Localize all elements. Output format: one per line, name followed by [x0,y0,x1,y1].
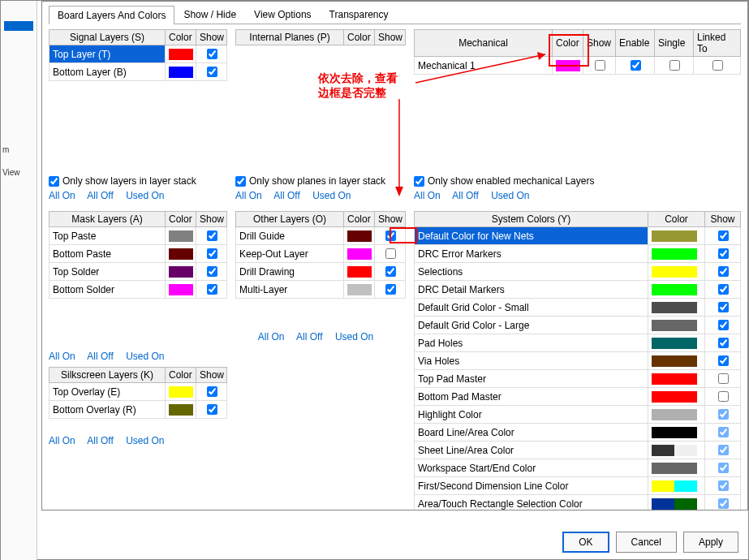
col-show[interactable]: Show [196,212,227,227]
col-show[interactable]: Show [375,30,406,45]
col-show[interactable]: Show [583,30,616,57]
layer-name[interactable]: Drill Guide [236,227,344,245]
apply-button[interactable]: Apply [683,532,738,553]
show-checkbox[interactable] [385,248,396,259]
all-on-link[interactable]: All On [235,190,262,201]
system-color-name[interactable]: Pad Holes [415,334,648,352]
only-show-enabled-mechanical[interactable]: Only show enabled mechanical Layers [414,175,741,187]
system-color-name[interactable]: First/Second Dimension Line Color [415,477,648,495]
show-checkbox[interactable] [718,391,729,402]
system-color-name[interactable]: DRC Detail Markers [415,281,648,299]
show-checkbox[interactable] [718,445,729,455]
all-off-link[interactable]: All Off [87,351,113,362]
show-checkbox[interactable] [207,284,217,295]
all-off-link[interactable]: All Off [87,190,113,201]
system-color-name[interactable]: Selections [415,263,648,281]
show-checkbox[interactable] [207,49,217,59]
col-single[interactable]: Single [655,30,694,57]
col-color[interactable]: Color [344,30,375,45]
col-enable[interactable]: Enable [616,30,655,57]
show-checkbox[interactable] [718,320,729,330]
show-checkbox[interactable] [718,302,729,312]
col-show[interactable]: Show [196,368,227,383]
system-colors-header[interactable]: System Colors (Y) [415,212,648,227]
show-checkbox[interactable] [207,266,217,277]
show-checkbox[interactable] [718,230,729,241]
show-checkbox[interactable] [207,386,217,397]
only-show-planes-in-stack[interactable]: Only show planes in layer stack [235,175,406,187]
show-checkbox[interactable] [385,266,396,277]
layer-name[interactable]: Multi-Layer [236,281,344,299]
used-on-link[interactable]: Used On [126,435,164,446]
show-checkbox[interactable] [718,463,729,473]
used-on-link[interactable]: Used On [312,190,351,201]
silk-layers-header[interactable]: Silkscreen Layers (K) [50,368,166,383]
show-checkbox[interactable] [718,373,729,384]
system-color-name[interactable]: Highlight Color [415,406,648,424]
layer-name[interactable]: Bottom Overlay (R) [50,401,166,419]
show-checkbox[interactable] [718,480,729,491]
layer-name[interactable]: Top Solder [50,263,166,281]
show-checkbox[interactable] [718,498,729,509]
show-checkbox[interactable] [385,284,396,295]
col-show[interactable]: Show [705,212,741,227]
col-color[interactable]: Color [166,30,196,45]
show-checkbox[interactable] [207,67,217,77]
used-on-link[interactable]: Used On [126,190,164,201]
used-on-link[interactable]: Used On [335,331,373,342]
show-checkbox[interactable] [718,266,729,277]
cancel-button[interactable]: Cancel [616,532,677,553]
col-color[interactable]: Color [166,368,196,383]
enable-checkbox[interactable] [631,60,641,71]
col-show[interactable]: Show [375,212,406,227]
used-on-link[interactable]: Used On [126,351,164,362]
all-on-link[interactable]: All On [258,331,285,342]
show-checkbox[interactable] [718,284,729,295]
system-color-name[interactable]: Default Color for New Nets [415,227,648,245]
tab-view-options[interactable]: View Options [245,5,320,24]
all-off-link[interactable]: All Off [296,331,322,342]
show-checkbox[interactable] [718,355,729,366]
mask-layers-header[interactable]: Mask Layers (A) [50,212,166,227]
col-color[interactable]: Color [648,212,705,227]
single-checkbox[interactable] [669,60,680,71]
show-checkbox[interactable] [385,230,396,241]
layer-name[interactable]: Top Overlay (E) [50,383,166,401]
system-color-name[interactable]: Area/Touch Rectangle Selection Color [415,495,648,511]
col-color[interactable]: Color [553,30,583,57]
layer-name[interactable]: Bottom Solder [50,281,166,299]
all-on-link[interactable]: All On [49,351,75,362]
system-color-name[interactable]: Bottom Pad Master [415,388,648,406]
tab-board-layers[interactable]: Board Layers And Colors [49,6,174,24]
system-color-name[interactable]: Workspace Start/End Color [415,459,648,477]
ok-button[interactable]: OK [562,532,609,553]
system-color-name[interactable]: Default Grid Color - Large [415,317,648,334]
system-color-name[interactable]: Top Pad Master [415,370,648,388]
all-on-link[interactable]: All On [49,190,75,201]
all-off-link[interactable]: All Off [452,190,478,201]
all-off-link[interactable]: All Off [87,435,113,446]
tab-show-hide[interactable]: Show / Hide [174,5,245,24]
layer-name[interactable]: Top Paste [50,227,166,245]
other-layers-header[interactable]: Other Layers (O) [236,212,344,227]
show-checkbox[interactable] [718,338,729,348]
tab-transparency[interactable]: Transparency [321,5,398,24]
show-checkbox[interactable] [718,427,729,437]
show-checkbox[interactable] [207,248,217,259]
show-checkbox[interactable] [595,60,605,71]
linked-checkbox[interactable] [712,60,723,71]
system-color-name[interactable]: DRC Error Markers [415,245,648,263]
all-off-link[interactable]: All Off [273,190,299,201]
system-color-name[interactable]: Via Holes [415,352,648,370]
layer-name[interactable]: Bottom Paste [50,245,166,263]
system-color-name[interactable]: Board Line/Area Color [415,424,648,442]
used-on-link[interactable]: Used On [491,190,529,201]
layer-name[interactable]: Drill Drawing [236,263,344,281]
col-color[interactable]: Color [166,212,196,227]
col-color[interactable]: Color [344,212,375,227]
only-show-layers-in-stack[interactable]: Only show layers in layer stack [49,175,227,187]
mechanical-header[interactable]: Mechanical [415,30,553,57]
show-checkbox[interactable] [207,404,217,415]
show-checkbox[interactable] [207,230,217,241]
internal-planes-header[interactable]: Internal Planes (P) [236,30,344,45]
